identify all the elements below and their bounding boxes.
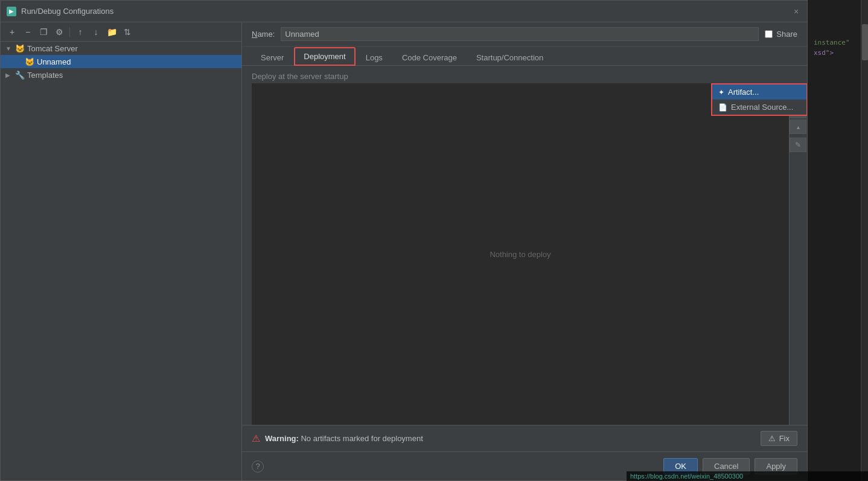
editor-line2: xsd">: [810, 49, 866, 57]
unnamed-label: Unnamed: [37, 57, 71, 66]
app-icon: ▶: [7, 7, 16, 16]
dropdown-artifact[interactable]: ✦ Artifact...: [712, 84, 806, 100]
url-bar: https://blog.csdn.net/weixin_48500300: [627, 471, 868, 481]
tree-item-tomcat-server[interactable]: ▼ 🐱 Tomcat Server: [1, 42, 241, 55]
deploy-empty-text: Nothing to deploy: [490, 250, 550, 259]
config-tabs: Server Deployment Logs Code Coverage Sta…: [242, 46, 807, 66]
add-dropdown-menu: ✦ Artifact... 📄 External Source...: [711, 83, 807, 116]
remove-config-button[interactable]: −: [21, 25, 34, 39]
warning-text: Warning: No artifacts marked for deploym…: [265, 434, 756, 443]
title-bar: ▶ Run/Debug Configurations ×: [1, 1, 807, 22]
share-row: Share: [765, 30, 797, 39]
add-config-button[interactable]: +: [5, 25, 19, 39]
warning-bar: ⚠ Warning: No artifacts marked for deplo…: [242, 425, 807, 451]
right-panel: Name: Share Server Deployment Logs Code …: [242, 22, 807, 480]
edit-button[interactable]: ✎: [790, 138, 806, 152]
bg-editor-panel: instance" xsd">: [808, 0, 868, 481]
tab-deployment[interactable]: Deployment: [294, 47, 355, 66]
tab-logs[interactable]: Logs: [357, 49, 392, 66]
editor-line1: instance": [810, 36, 866, 49]
artifact-icon: ✦: [718, 88, 724, 97]
folder-button[interactable]: 📁: [105, 25, 118, 39]
fix-button[interactable]: ⚠ Fix: [761, 431, 797, 446]
tree-item-templates[interactable]: ▶ 🔧 Templates: [1, 68, 241, 81]
config-tree: ▼ 🐱 Tomcat Server 🐱 Unnamed ▶ 🔧 Template…: [1, 42, 241, 81]
fix-label: Fix: [779, 434, 790, 443]
close-button[interactable]: ×: [791, 7, 801, 16]
dropdown-external-source[interactable]: 📄 External Source...: [712, 100, 806, 115]
help-button[interactable]: ?: [252, 460, 264, 473]
fix-icon: ⚠: [768, 434, 776, 443]
share-label: Share: [776, 30, 797, 39]
dialog-title: Run/Debug Configurations: [21, 7, 113, 16]
tomcat-label: Tomcat Server: [27, 44, 78, 53]
warning-bold: Warning:: [265, 434, 299, 443]
warning-detail: No artifacts marked for deployment: [301, 434, 423, 443]
templates-label: Templates: [27, 71, 63, 80]
deploy-area: Nothing to deploy: [252, 83, 789, 425]
editor-scrollbar[interactable]: [861, 0, 868, 481]
tomcat-arrow: ▼: [5, 45, 13, 52]
sort-button[interactable]: ⇅: [121, 25, 134, 39]
artifact-label: Artifact...: [728, 88, 759, 97]
tree-toolbar: + − ❐ ⚙ ↑ ↓ 📁 ⇅: [1, 22, 241, 42]
move-up-button[interactable]: ↑: [74, 25, 87, 39]
share-checkbox[interactable]: [765, 30, 773, 38]
warning-icon: ⚠: [252, 433, 260, 444]
scroll-up-button[interactable]: ▴: [790, 119, 806, 134]
templates-arrow: ▶: [5, 72, 13, 78]
templates-icon: 🔧: [15, 70, 25, 80]
tab-code-coverage[interactable]: Code Coverage: [393, 49, 466, 66]
main-body: + − ❐ ⚙ ↑ ↓ 📁 ⇅ ▼ 🐱 Tomcat Server: [1, 22, 807, 480]
unnamed-icon: 🐱: [25, 57, 34, 66]
external-source-label: External Source...: [731, 103, 793, 112]
tab-server[interactable]: Server: [252, 49, 293, 66]
toolbar-separator: [69, 27, 70, 37]
tree-item-unnamed[interactable]: 🐱 Unnamed: [1, 55, 241, 68]
title-bar-left: ▶ Run/Debug Configurations: [7, 7, 113, 16]
tab-content-deployment: Deploy at the server startup Nothing to …: [242, 66, 807, 451]
tomcat-icon: 🐱: [15, 43, 25, 53]
tab-startup-connection[interactable]: Startup/Connection: [467, 49, 552, 66]
name-input[interactable]: [281, 27, 759, 41]
editor-scrollbar-thumb[interactable]: [862, 24, 868, 60]
settings-button[interactable]: ⚙: [53, 25, 66, 39]
name-row: Name: Share: [242, 22, 807, 46]
name-label: Name:: [252, 30, 275, 39]
external-source-icon: 📄: [718, 103, 727, 112]
left-panel: + − ❐ ⚙ ↑ ↓ 📁 ⇅ ▼ 🐱 Tomcat Server: [1, 22, 242, 480]
run-debug-dialog: ▶ Run/Debug Configurations × + − ❐ ⚙ ↑ ↓…: [0, 0, 808, 481]
move-down-button[interactable]: ↓: [89, 25, 103, 39]
copy-config-button[interactable]: ❐: [37, 25, 50, 39]
deploy-section-label: Deploy at the server startup: [242, 66, 807, 83]
